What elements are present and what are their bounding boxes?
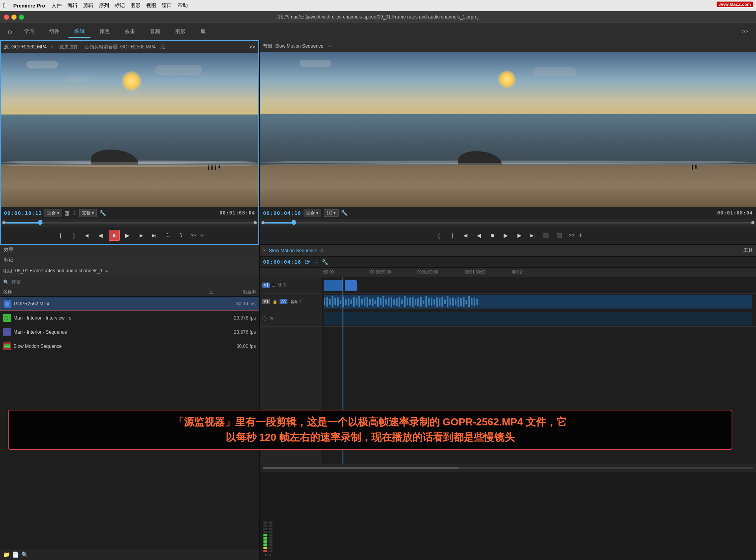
timeline-settings-icon[interactable]: 🔧: [322, 259, 328, 265]
source-tab-effects[interactable]: 效果控件: [59, 44, 78, 50]
timeline-snap-icon[interactable]: ⊹: [313, 258, 319, 266]
project-item-mari-interview[interactable]: ♫ Mari - Interior - Interview - o 23.976…: [0, 311, 259, 325]
prog-export-button[interactable]: ⬛: [554, 230, 565, 241]
program-transport-bar: { } ◀| ◀ ■ ▶ |▶ ▶| ⬛ ⬛ >> +: [260, 227, 756, 244]
tab-color[interactable]: 颜色: [93, 26, 116, 37]
prog-scrubber-track[interactable]: [265, 222, 751, 224]
source-video-preview: [1, 53, 258, 207]
prog-stop-button[interactable]: ■: [487, 230, 498, 241]
source-play-button[interactable]: ▶: [122, 230, 133, 241]
new-bin-icon[interactable]: 📁: [3, 551, 10, 558]
program-fit-dropdown[interactable]: 适合 ▾: [304, 209, 321, 217]
source-overwrite-button[interactable]: ⤵: [176, 230, 187, 241]
tab-effects[interactable]: 效果: [119, 26, 141, 37]
fullscreen-button[interactable]: [19, 15, 24, 20]
traffic-lights: [4, 15, 24, 20]
scrubber-track[interactable]: [6, 222, 254, 224]
menu-help[interactable]: 帮助: [178, 2, 188, 9]
prog-more-button[interactable]: >>: [567, 233, 576, 238]
timeline-menu-icon[interactable]: ≡: [321, 248, 323, 253]
tab-audio[interactable]: 音频: [144, 26, 167, 37]
source-go-to-out-button[interactable]: ▶|: [149, 230, 160, 241]
a1-waveform-block[interactable]: [324, 295, 752, 309]
track-row-a1-top: [323, 294, 756, 310]
source-insert-button[interactable]: ⤵: [162, 230, 173, 241]
menu-clip[interactable]: 剪辑: [83, 2, 93, 9]
prog-go-to-out-button[interactable]: ▶|: [527, 230, 538, 241]
source-tab-meta[interactable]: 元: [160, 44, 165, 50]
source-go-to-in-button[interactable]: ◀|: [82, 230, 93, 241]
prog-step-forward-button[interactable]: |▶: [514, 230, 525, 241]
new-item-icon[interactable]: 📄: [12, 551, 19, 558]
source-menu-icon[interactable]: ≡: [51, 45, 53, 49]
a1-lock-icon[interactable]: 🔒: [272, 299, 277, 304]
menu-window[interactable]: 窗口: [162, 2, 172, 9]
source-scrubber[interactable]: [1, 219, 258, 227]
tab-assembly[interactable]: 组件: [43, 26, 66, 37]
prog-scrubber-thumb[interactable]: [291, 220, 296, 225]
menu-view[interactable]: 视图: [146, 2, 156, 9]
program-scrubber[interactable]: [260, 219, 756, 227]
timeline-sequence-name[interactable]: Slow Motion Sequence: [269, 248, 317, 253]
prog-sand: [260, 165, 756, 207]
home-button[interactable]: ⌂: [5, 26, 15, 37]
source-tab-mixer[interactable]: 音频剪辑混合器: GOPR2562.MP4: [85, 44, 156, 50]
timeline-close-icon[interactable]: ×: [263, 248, 266, 253]
svg-rect-9: [324, 298, 325, 305]
source-step-forward-button[interactable]: |▶: [135, 230, 146, 241]
menu-graphic[interactable]: 图形: [130, 2, 141, 9]
menu-edit[interactable]: 编辑: [67, 2, 78, 9]
program-settings-icon[interactable]: 🔧: [341, 210, 348, 216]
source-more-icon[interactable]: >>: [249, 44, 255, 50]
item-name-mari-int: Mari - Interior - Interview - o: [13, 315, 214, 321]
find-icon[interactable]: 🔍: [21, 551, 28, 558]
scrubber-thumb[interactable]: [38, 220, 43, 225]
prog-step-back-button[interactable]: ◀: [474, 230, 485, 241]
timeline-header: × Slow Motion Sequence ≡ 工具: [260, 245, 756, 257]
v1-clip-small-2[interactable]: [345, 280, 357, 291]
tab-edit[interactable]: 编辑: [68, 25, 91, 38]
timeline-timecode[interactable]: 00:00:04:18: [263, 259, 301, 265]
project-item-slow-motion[interactable]: Slow Motion Sequence 30.00 fps: [0, 339, 259, 353]
program-timecode[interactable]: 00:00:04:18: [263, 210, 301, 216]
project-menu-icon[interactable]: ≡: [105, 268, 108, 274]
v1-clip-small-1[interactable]: [324, 280, 343, 291]
menu-marker[interactable]: 标记: [115, 2, 125, 9]
prog-play-button[interactable]: ▶: [500, 230, 511, 241]
source-more-button[interactable]: >>: [189, 233, 198, 238]
source-step-back-button[interactable]: ◀: [95, 230, 106, 241]
prog-add-button[interactable]: +: [578, 231, 583, 240]
tab-libraries[interactable]: 库: [194, 26, 212, 37]
sort-icon[interactable]: △: [207, 289, 215, 294]
search-input[interactable]: [11, 279, 256, 285]
tab-graphics[interactable]: 图形: [169, 26, 192, 37]
timeline-playhead-sync-icon[interactable]: ⟳: [304, 258, 310, 266]
prog-mark-in-button[interactable]: {: [434, 230, 445, 241]
source-quality-dropdown[interactable]: 完整 ▾: [79, 209, 97, 217]
timeline-zoom-bar[interactable]: [263, 467, 753, 469]
menu-file[interactable]: 文件: [52, 2, 62, 9]
source-stop-button[interactable]: ■: [109, 230, 120, 241]
source-settings-icon[interactable]: 🔧: [99, 210, 106, 216]
tab-learn[interactable]: 学习: [18, 26, 41, 37]
prog-export-frame-button[interactable]: ⬛: [541, 230, 552, 241]
source-add-button[interactable]: +: [200, 231, 204, 240]
source-timecode[interactable]: 00:00:10:12: [4, 210, 42, 216]
source-fit-dropdown[interactable]: 适合 ▾: [44, 209, 62, 217]
prog-go-to-in-button[interactable]: ◀|: [460, 230, 471, 241]
prog-mark-out-button[interactable]: }: [447, 230, 458, 241]
svg-rect-41: [410, 298, 411, 306]
minimize-button[interactable]: [11, 15, 17, 20]
workspace-more-button[interactable]: >>: [739, 27, 751, 36]
project-item-gopr[interactable]: GOPR2562.MP4 30.00 fps: [0, 297, 259, 311]
a1-bottom-block[interactable]: [324, 312, 752, 325]
source-mark-in-button[interactable]: {: [55, 230, 66, 241]
vu-right-dark-7: [269, 528, 272, 530]
close-button[interactable]: [4, 15, 9, 20]
source-mark-out-button[interactable]: }: [69, 230, 80, 241]
menu-sequence[interactable]: 序列: [99, 2, 109, 9]
program-menu-icon[interactable]: ≡: [328, 43, 331, 49]
project-item-mari-seq[interactable]: Mari - Interior - Sequence 23.976 fps: [0, 325, 259, 339]
a1-label-top: A1: [262, 299, 270, 304]
program-resolution-dropdown[interactable]: 1/2 ▾: [324, 209, 339, 217]
